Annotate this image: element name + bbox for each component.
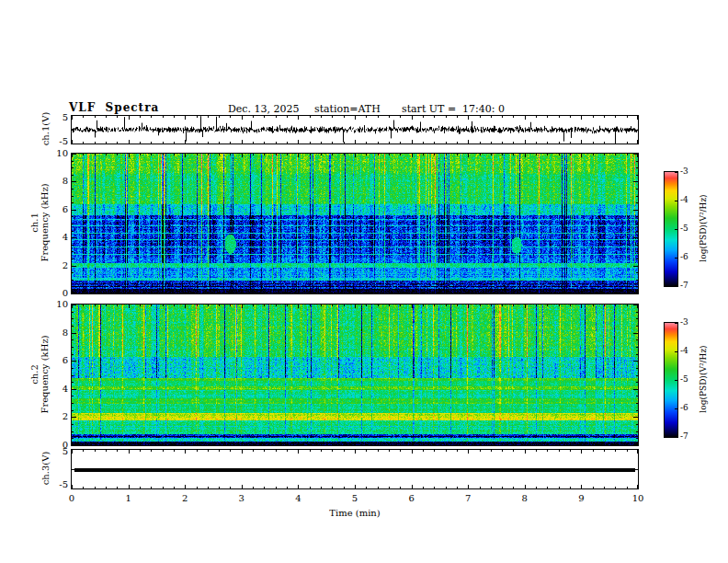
ch2-spectrogram-canvas [72, 304, 638, 445]
colorbar1-tick-label: -3 [680, 167, 688, 176]
colorbar1-tick-label: -4 [680, 196, 688, 204]
ch1-label-line2: Frequency (kHz) [40, 183, 50, 261]
ch1-label-line1: ch.1 [29, 183, 40, 261]
x-tick-label: 6 [408, 494, 414, 503]
x-tick-label: 7 [465, 494, 471, 503]
spec2-y-tick-label: 2 [48, 412, 68, 421]
spec1-y-tick-label: 0 [48, 289, 68, 298]
plot-station: station=ATH [314, 103, 381, 115]
ch2-label-line2: Frequency (kHz) [40, 335, 50, 413]
x-tick-label: 3 [239, 494, 245, 503]
wave3-y-tick-label: 5 [48, 447, 68, 456]
colorbar-ch2-canvas [665, 323, 677, 437]
colorbar1-tick-label: -7 [680, 282, 688, 290]
spec2-y-tick-label: 6 [48, 356, 68, 365]
ch1-spectrogram-canvas [72, 154, 638, 293]
plot-date: Dec. 13, 2025 [228, 103, 299, 115]
ch1-spectrogram-panel [71, 153, 639, 294]
colorbar1-tick-label: -5 [680, 224, 688, 233]
x-tick-label: 8 [522, 494, 528, 503]
x-tick-label: 4 [295, 494, 301, 503]
x-tick-label: 5 [352, 494, 358, 503]
ch3-waveform-canvas [72, 450, 638, 488]
time-axis-label: Time (min) [329, 508, 380, 518]
spec1-y-tick-label: 2 [48, 261, 68, 270]
colorbar2-tick-label: -4 [680, 347, 688, 355]
ch2-spectrogram-panel [71, 304, 639, 446]
plot-title: VLF Spectra [69, 101, 159, 114]
spec2-y-tick-label: 8 [48, 328, 68, 338]
colorbar2-tick-label: -7 [680, 432, 688, 441]
ch2-label-line1: ch.2 [29, 335, 40, 413]
x-tick-label: 0 [69, 494, 74, 503]
x-tick-label: 10 [632, 494, 644, 503]
ch3-waveform-panel [71, 449, 639, 489]
wave3-y-tick-label: -5 [48, 480, 68, 489]
spec1-y-tick-label: 6 [48, 205, 68, 214]
spec1-y-tick-label: 4 [48, 233, 68, 242]
colorbar-ch2-label: log(PSD)(V²/Hz) [699, 345, 708, 412]
colorbar-ch1-label: log(PSD)(V²/Hz) [699, 194, 708, 261]
ch1-frequency-axis-label: ch.1 Frequency (kHz) [29, 183, 50, 261]
colorbar-ch1 [664, 171, 678, 287]
plot-start-ut: start UT = 17:40: 0 [402, 103, 505, 115]
spec1-y-tick-label: 10 [48, 149, 68, 158]
wave1-y-tick-label: 5 [48, 113, 68, 122]
spec1-y-tick-label: 8 [48, 177, 68, 186]
vlf-spectra-figure: VLF Spectra Dec. 13, 2025 station=ATH st… [0, 0, 728, 563]
colorbar2-tick-label: -3 [680, 318, 688, 327]
x-tick-label: 1 [125, 494, 131, 503]
colorbar-ch1-canvas [665, 172, 677, 286]
colorbar2-tick-label: -5 [680, 375, 688, 384]
ch2-frequency-axis-label: ch.2 Frequency (kHz) [29, 335, 50, 413]
x-tick-label: 9 [578, 494, 584, 503]
colorbar2-tick-label: -6 [680, 404, 688, 412]
ch1-waveform-canvas [72, 116, 638, 144]
spec2-y-tick-label: 10 [48, 300, 68, 309]
wave1-y-tick-label: -5 [48, 137, 68, 146]
ch1-waveform-panel [71, 115, 639, 144]
colorbar-ch2 [664, 322, 678, 438]
spec2-y-tick-label: 4 [48, 385, 68, 394]
x-tick-label: 2 [182, 494, 188, 503]
colorbar1-tick-label: -6 [680, 253, 688, 261]
